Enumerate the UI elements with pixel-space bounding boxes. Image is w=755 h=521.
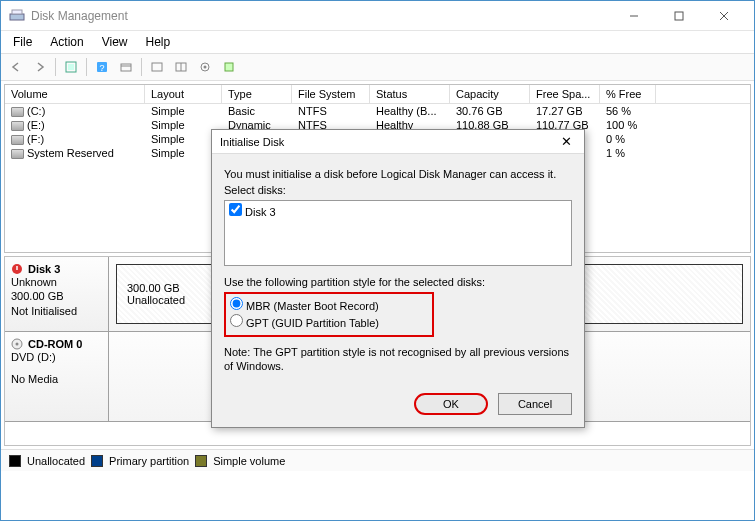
window-title: Disk Management: [31, 9, 611, 23]
app-icon: [9, 8, 25, 24]
drive-icon: [11, 107, 24, 117]
radio-mbr[interactable]: MBR (Master Boot Record): [230, 297, 428, 314]
gpt-radio[interactable]: [230, 314, 243, 327]
svg-rect-10: [121, 64, 131, 71]
vol-name: (F:): [27, 133, 44, 145]
volume-row[interactable]: (C:) Simple Basic NTFS Healthy (B... 30.…: [5, 104, 750, 118]
vol-name: (C:): [27, 105, 45, 117]
close-button[interactable]: [701, 2, 746, 30]
svg-rect-3: [675, 12, 683, 20]
menubar: File Action View Help: [1, 31, 754, 53]
partition-style-label: Use the following partition style for th…: [224, 276, 572, 288]
toolbar-icon-3[interactable]: [146, 56, 168, 78]
dialog-buttons: OK Cancel: [212, 387, 584, 427]
vol-fs: NTFS: [292, 104, 370, 118]
vol-name: System Reserved: [27, 147, 114, 159]
volume-list-header: Volume Layout Type File System Status Ca…: [5, 85, 750, 104]
svg-rect-0: [10, 14, 24, 20]
dialog-message: You must initialise a disk before Logica…: [224, 168, 572, 180]
help-icon[interactable]: ?: [91, 56, 113, 78]
drive-icon: [11, 149, 24, 159]
toolbar: ?: [1, 53, 754, 81]
disk-label: CD-ROM 0 DVD (D:) No Media: [5, 332, 109, 421]
vol-status: Healthy (B...: [370, 104, 450, 118]
col-capacity[interactable]: Capacity: [450, 85, 530, 103]
svg-rect-17: [225, 63, 233, 71]
legend-swatch-simple: [195, 455, 207, 467]
vol-pct: 56 %: [600, 104, 656, 118]
dialog-titlebar: Initialise Disk ✕: [212, 130, 584, 154]
col-type[interactable]: Type: [222, 85, 292, 103]
dialog-note: Note: The GPT partition style is not rec…: [224, 345, 572, 374]
svg-point-16: [204, 66, 207, 69]
menu-file[interactable]: File: [5, 33, 40, 51]
disk-size: 300.00 GB: [11, 289, 102, 303]
disk-warn-icon: [11, 263, 25, 275]
select-disks-label: Select disks:: [224, 184, 572, 196]
vol-layout: Simple: [145, 104, 222, 118]
legend-swatch-unalloc: [9, 455, 21, 467]
cancel-button[interactable]: Cancel: [498, 393, 572, 415]
disk-kind: Unknown: [11, 275, 102, 289]
radio-gpt[interactable]: GPT (GUID Partition Table): [230, 314, 428, 331]
col-status[interactable]: Status: [370, 85, 450, 103]
toolbar-icon-4[interactable]: [170, 56, 192, 78]
svg-rect-7: [68, 64, 74, 70]
back-button[interactable]: [5, 56, 27, 78]
disk-select-list[interactable]: Disk 3: [224, 200, 572, 266]
svg-rect-12: [152, 63, 162, 71]
legend-unalloc: Unallocated: [27, 455, 85, 467]
maximize-button[interactable]: [656, 2, 701, 30]
disk-checkbox-item[interactable]: Disk 3: [229, 206, 276, 218]
col-layout[interactable]: Layout: [145, 85, 222, 103]
cdrom-name: CD-ROM 0: [28, 338, 82, 350]
drive-icon: [11, 121, 24, 131]
svg-point-20: [16, 343, 19, 346]
menu-help[interactable]: Help: [138, 33, 179, 51]
vol-type: Basic: [222, 104, 292, 118]
initialise-disk-dialog: Initialise Disk ✕ You must initialise a …: [211, 129, 585, 428]
vol-free: 17.27 GB: [530, 104, 600, 118]
cdrom-state: No Media: [11, 372, 102, 386]
vol-cap: 30.76 GB: [450, 104, 530, 118]
mbr-radio[interactable]: [230, 297, 243, 310]
partition-style-group: MBR (Master Boot Record) GPT (GUID Parti…: [224, 292, 434, 337]
disk-label: Disk 3 Unknown 300.00 GB Not Initialised: [5, 257, 109, 331]
toolbar-icon-1[interactable]: [60, 56, 82, 78]
cdrom-icon: [11, 338, 25, 350]
legend-primary: Primary partition: [109, 455, 189, 467]
drive-icon: [11, 135, 24, 145]
toolbar-icon-5[interactable]: [194, 56, 216, 78]
minimize-button[interactable]: [611, 2, 656, 30]
titlebar: Disk Management: [1, 1, 754, 31]
dialog-title: Initialise Disk: [220, 136, 556, 148]
col-percent[interactable]: % Free: [600, 85, 656, 103]
forward-button[interactable]: [29, 56, 51, 78]
disk-state: Not Initialised: [11, 304, 102, 318]
cdrom-drive: DVD (D:): [11, 350, 102, 364]
legend-swatch-primary: [91, 455, 103, 467]
svg-rect-1: [12, 10, 22, 14]
menu-action[interactable]: Action: [42, 33, 91, 51]
col-filesystem[interactable]: File System: [292, 85, 370, 103]
disk-name: Disk 3: [28, 263, 60, 275]
svg-text:?: ?: [99, 63, 104, 73]
dialog-close-button[interactable]: ✕: [556, 134, 576, 149]
disk3-checkbox[interactable]: [229, 203, 242, 216]
ok-button[interactable]: OK: [414, 393, 488, 415]
menu-view[interactable]: View: [94, 33, 136, 51]
toolbar-icon-6[interactable]: [218, 56, 240, 78]
col-free[interactable]: Free Spa...: [530, 85, 600, 103]
legend: Unallocated Primary partition Simple vol…: [1, 449, 754, 471]
legend-simple: Simple volume: [213, 455, 285, 467]
toolbar-icon-2[interactable]: [115, 56, 137, 78]
col-volume[interactable]: Volume: [5, 85, 145, 103]
vol-name: (E:): [27, 119, 45, 131]
